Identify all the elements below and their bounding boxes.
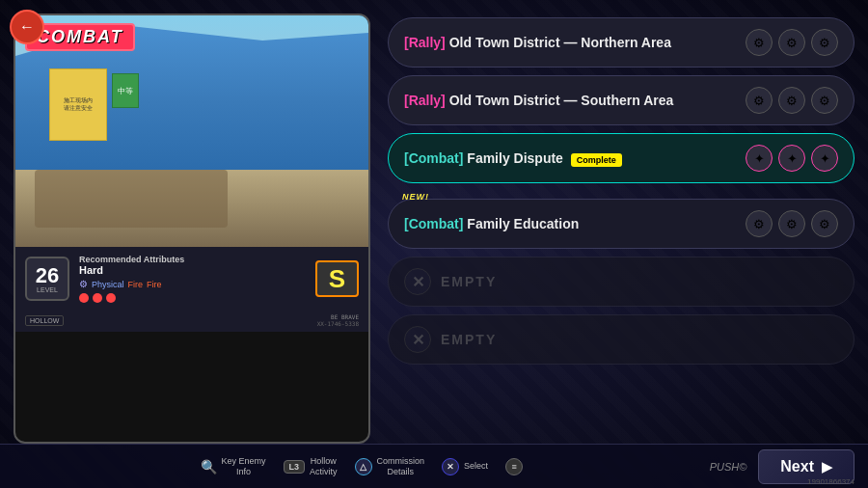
mission-tag-3: [Combat] (404, 150, 463, 166)
key-enemy-label: Key EnemyInfo (222, 456, 266, 477)
mission-item-1[interactable]: [Rally] Old Town District — Northern Are… (388, 17, 854, 68)
hollow-activity-label: HollowActivity (310, 456, 338, 477)
l3-button: L3 (284, 460, 306, 474)
level-number: 26 (36, 265, 59, 286)
mission-tag-4: [Combat] (404, 216, 463, 231)
mission-icons-3: ✦ ✦ ✦ (746, 145, 838, 172)
back-button[interactable]: ← (10, 10, 44, 44)
select-label: Select (464, 461, 488, 472)
mission-icon-2b: ⚙ (778, 87, 805, 114)
menu-button: ≡ (505, 458, 523, 475)
bottom-controls: 🔍 Key EnemyInfo L3 HollowActivity △ Comm… (14, 456, 710, 477)
fire-attr-label: Fire (147, 280, 162, 289)
mission-card: COMBAT 施工现场内请注意安全 中等 (14, 14, 370, 444)
complete-badge: Complete (571, 153, 622, 167)
mission-icon-2a: ⚙ (746, 87, 773, 114)
mission-icon-4a: ⚙ (746, 210, 773, 237)
new-badge: NEW! (402, 192, 429, 202)
barcode: BE BRAVE XX-1746-5338 (317, 313, 359, 327)
back-icon: ← (19, 18, 35, 36)
sign-green: 中等 (112, 73, 139, 108)
cross-button: ✕ (442, 458, 459, 475)
mission-icons-1: ⚙ ⚙ ⚙ (746, 29, 838, 56)
mission-text-4: [Combat] Family Education (404, 215, 736, 232)
mission-item-5: ✕ EMPTY (388, 257, 854, 307)
fire-attr: Fire (128, 280, 144, 289)
score-box: S (315, 260, 359, 297)
next-label: Next (780, 458, 814, 475)
empty-label-2: EMPTY (441, 332, 497, 347)
push-logo: PUSH© (710, 461, 747, 473)
bottom-bar: 🔍 Key EnemyInfo L3 HollowActivity △ Comm… (0, 444, 868, 488)
uid-text: 19901866374 (807, 477, 854, 486)
card-info: 26 LEVEL Recommended Attributes Hard ⚙ P… (15, 247, 368, 311)
mission-name-3: Family Dispute (467, 150, 563, 166)
mission-tag-1: [Rally] (404, 35, 446, 50)
triangle-button: △ (355, 458, 372, 475)
attrs-icons: ⚙ Physical Fire Fire (79, 279, 306, 289)
empty-icon-1: ✕ (404, 268, 431, 295)
hollow-activity-control: L3 HollowActivity (284, 456, 338, 477)
next-arrow-icon: ▶ (822, 459, 832, 474)
mission-name-2: Old Town District — Southern Area (449, 93, 674, 108)
key-enemy-icon: 🔍 (201, 459, 217, 474)
commission-label: CommissionDetails (377, 456, 425, 477)
mission-name-4: Family Education (467, 216, 579, 231)
physical-attr: Physical (92, 280, 124, 289)
level-box: 26 LEVEL (25, 257, 69, 301)
mission-icon-4c: ⚙ (811, 210, 838, 237)
mission-icon-3b: ✦ (778, 145, 805, 172)
gear-icon: ⚙ (79, 279, 88, 289)
attrs-title: Recommended Attributes (79, 255, 306, 264)
mission-item-3[interactable]: [Combat] Family Dispute Complete ✦ ✦ ✦ (388, 133, 854, 183)
select-control: ✕ Select (442, 458, 488, 475)
mission-item-6: ✕ EMPTY (388, 314, 854, 365)
mission-icon-1c: ⚙ (811, 29, 838, 56)
mission-text-3: [Combat] Family Dispute Complete (404, 149, 736, 167)
key-enemy-control: 🔍 Key EnemyInfo (201, 456, 266, 477)
level-label: LEVEL (37, 286, 58, 293)
mission-icon-3a: ✦ (746, 145, 773, 172)
difficulty-label: Hard (79, 264, 306, 276)
empty-icon-2: ✕ (404, 326, 431, 353)
mission-item-4[interactable]: NEW! [Combat] Family Education ⚙ ⚙ ⚙ (388, 199, 854, 249)
mission-text-2: [Rally] Old Town District — Southern Are… (404, 92, 736, 109)
score-value: S (329, 264, 345, 294)
mission-tag-2: [Rally] (404, 93, 446, 108)
mission-icon-3c: ✦ (811, 145, 838, 172)
mission-text-1: [Rally] Old Town District — Northern Are… (404, 34, 736, 51)
mission-icon-4b: ⚙ (778, 210, 805, 237)
mission-icons-4: ⚙ ⚙ ⚙ (746, 210, 838, 237)
empty-label-1: EMPTY (441, 274, 497, 289)
mission-icon-1b: ⚙ (778, 29, 805, 56)
mission-icons-2: ⚙ ⚙ ⚙ (746, 87, 838, 114)
menu-control: ≡ (505, 458, 523, 475)
mission-name-1: Old Town District — Northern Area (449, 35, 671, 50)
sign-yellow: 施工现场内请注意安全 (49, 68, 107, 141)
mission-icon-2c: ⚙ (811, 87, 838, 114)
hollow-tag: HOLLOW (25, 315, 64, 326)
mission-item-2[interactable]: [Rally] Old Town District — Southern Are… (388, 75, 854, 125)
difficulty-dots (79, 293, 306, 303)
mission-icon-1a: ⚙ (746, 29, 773, 56)
card-footer: HOLLOW BE BRAVE XX-1746-5338 (15, 311, 368, 332)
attributes-section: Recommended Attributes Hard ⚙ Physical F… (79, 255, 306, 303)
mission-list: [Rally] Old Town District — Northern Are… (388, 14, 854, 444)
commission-details-control: △ CommissionDetails (355, 456, 425, 477)
